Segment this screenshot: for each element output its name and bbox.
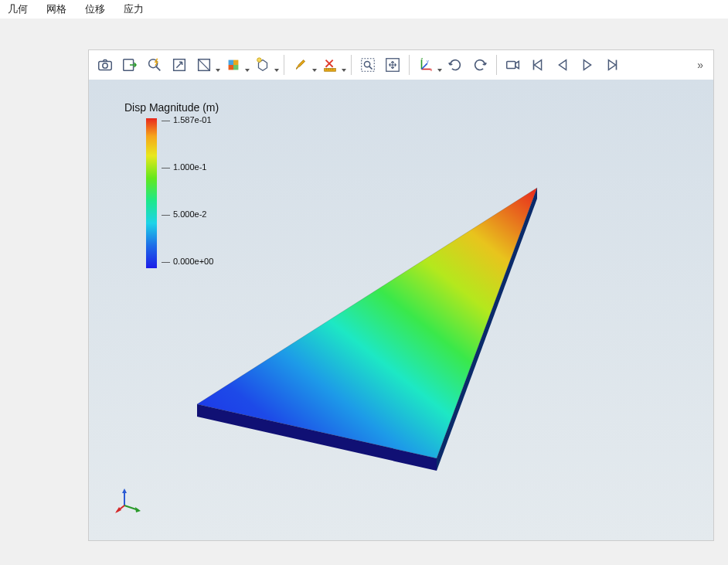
record-icon[interactable] <box>502 53 525 77</box>
chevron-down-icon[interactable] <box>437 69 442 72</box>
svg-rect-9 <box>229 65 233 70</box>
svg-point-18 <box>364 61 369 66</box>
chevron-down-icon[interactable] <box>312 69 317 72</box>
svg-rect-17 <box>362 59 375 72</box>
svg-rect-7 <box>229 60 233 65</box>
viewport-3d[interactable]: Disp Magnitude (m) 1.587e-01 1.000e-1 5.… <box>89 80 713 540</box>
screenshot-icon[interactable] <box>94 53 117 77</box>
rotate-ccw-icon[interactable] <box>468 53 492 77</box>
menubar: 几何 网格 位移 应力 <box>0 0 728 19</box>
svg-line-25 <box>422 63 427 69</box>
toolbar-separator <box>496 55 497 75</box>
svg-line-4 <box>156 66 160 70</box>
play-icon[interactable] <box>576 53 599 77</box>
toolbar: zxy <box>89 50 713 80</box>
toolbar-overflow[interactable]: » <box>697 59 709 71</box>
chevron-down-icon[interactable] <box>245 69 250 72</box>
clear-measure-icon[interactable] <box>318 53 342 77</box>
svg-text:x: x <box>430 67 433 72</box>
menu-geometry[interactable]: 几何 <box>8 2 28 16</box>
color-mode-icon[interactable] <box>222 53 245 77</box>
render-mode-icon[interactable] <box>192 53 216 77</box>
svg-rect-10 <box>233 65 238 70</box>
svg-point-11 <box>257 58 262 63</box>
toolbar-separator <box>284 55 284 75</box>
legend-colorbar <box>146 118 157 268</box>
svg-marker-36 <box>135 507 141 512</box>
toolbar-separator <box>351 55 352 75</box>
svg-rect-8 <box>233 60 238 65</box>
svg-rect-12 <box>325 69 336 72</box>
prev-frame-icon[interactable] <box>551 53 574 77</box>
result-mesh <box>174 149 607 482</box>
menu-stress[interactable]: 应力 <box>124 2 144 16</box>
chevron-down-icon[interactable] <box>274 69 279 72</box>
svg-rect-27 <box>507 61 515 68</box>
fit-view-icon[interactable] <box>168 53 191 77</box>
pan-icon[interactable] <box>381 53 404 77</box>
svg-text:y: y <box>427 59 429 63</box>
svg-line-19 <box>369 66 373 70</box>
last-frame-icon[interactable] <box>600 53 624 77</box>
first-frame-icon[interactable] <box>526 53 549 77</box>
zoom-box-icon[interactable] <box>356 53 379 77</box>
viewer-panel: zxy <box>88 49 714 541</box>
brush-icon[interactable] <box>289 53 312 77</box>
menu-mesh[interactable]: 网格 <box>46 2 66 16</box>
rotate-cw-icon[interactable] <box>444 53 467 77</box>
legend-tick: 1.587e-01 <box>162 115 212 124</box>
axes-orientation-icon[interactable]: zxy <box>414 53 437 77</box>
chevron-down-icon[interactable] <box>342 69 346 72</box>
axis-triad <box>117 487 143 516</box>
legend-title: Disp Magnitude (m) <box>124 101 219 114</box>
zoom-auto-icon[interactable] <box>143 53 166 77</box>
svg-point-1 <box>103 63 107 68</box>
menu-displacement[interactable]: 位移 <box>85 2 105 16</box>
export-icon[interactable] <box>118 53 141 77</box>
content-area: zxy <box>0 19 728 555</box>
svg-text:z: z <box>421 56 424 61</box>
toolbar-separator <box>409 55 410 75</box>
svg-marker-34 <box>122 488 127 493</box>
chevron-down-icon[interactable] <box>216 69 220 72</box>
lighting-icon[interactable] <box>251 53 274 77</box>
